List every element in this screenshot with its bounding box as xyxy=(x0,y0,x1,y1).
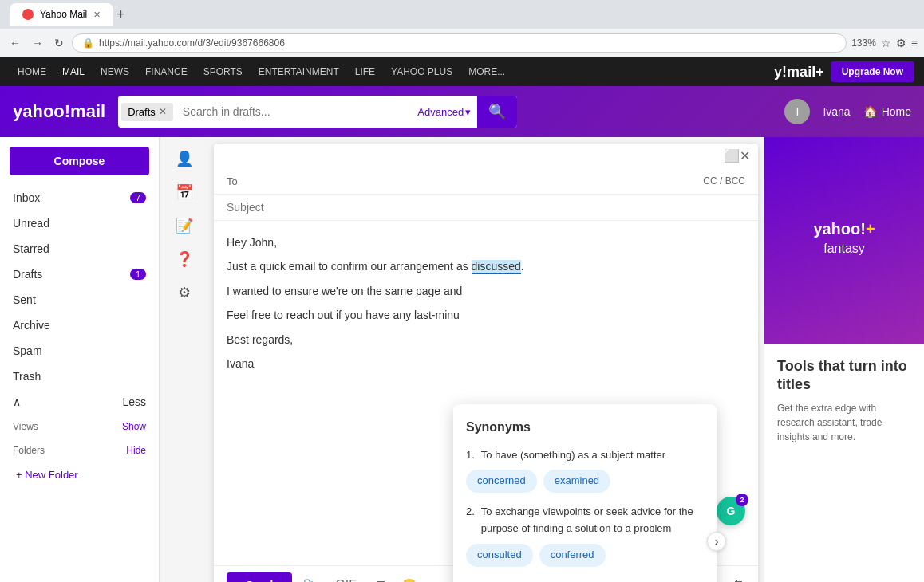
delete-draft-btn[interactable]: 🗑 xyxy=(732,578,745,582)
synonyms-nav-arrow[interactable]: › xyxy=(707,532,726,551)
synonym-tags-2: consulted conferred xyxy=(466,544,704,567)
search-tag-close-btn[interactable]: ✕ xyxy=(159,106,167,117)
sidebar-item-spam[interactable]: Spam xyxy=(0,338,159,364)
reload-btn[interactable]: ↻ xyxy=(51,33,67,53)
synonym-tags-1: concerned examined xyxy=(466,470,704,493)
inbox-badge: 7 xyxy=(130,192,146,203)
topnav-yahooplus[interactable]: YAHOO PLUS xyxy=(383,57,460,86)
sidebar-item-drafts[interactable]: Drafts 1 xyxy=(0,262,159,287)
sidebar-item-inbox[interactable]: Inbox 7 xyxy=(0,185,159,210)
cc-bcc-btn[interactable]: CC / BCC xyxy=(703,175,745,187)
email-closing: Best regards, xyxy=(227,331,745,348)
topnav-home[interactable]: HOME xyxy=(10,57,54,86)
less-label: Less xyxy=(122,395,146,408)
search-tag-drafts[interactable]: Drafts ✕ xyxy=(121,103,173,121)
ad-panel: yahoo!+ fantasy Tools that turn into tit… xyxy=(764,137,924,582)
calendar-btn[interactable]: 📅 xyxy=(169,177,199,207)
search-bar[interactable]: Drafts ✕ Advanced ▾ 🔍 xyxy=(118,96,517,128)
send-btn[interactable]: Send xyxy=(227,572,292,582)
grammarly-badge[interactable]: G 2 xyxy=(717,497,745,525)
synonym-tag-concerned[interactable]: concerned xyxy=(466,470,537,493)
user-name: Ivana xyxy=(823,105,850,118)
gif-btn[interactable]: GIF xyxy=(330,575,361,582)
synonyms-title: Synonyms xyxy=(466,417,704,438)
settings-btn[interactable]: ⚙ xyxy=(172,277,197,308)
search-icon: 🔍 xyxy=(488,103,506,120)
search-advanced-btn[interactable]: Advanced ▾ xyxy=(411,106,477,118)
topnav-entertainment[interactable]: ENTERTAINMENT xyxy=(251,57,347,86)
ad-description: Get the extra edge with research assista… xyxy=(777,401,911,444)
synonym-tag-conferred[interactable]: conferred xyxy=(539,544,606,567)
sidebar-item-starred[interactable]: Starred xyxy=(0,236,159,262)
tab-close-btn[interactable]: ✕ xyxy=(93,10,101,20)
sidebar-item-unread[interactable]: Unread xyxy=(0,210,159,236)
synonym-tag-consulted[interactable]: consulted xyxy=(466,544,533,567)
address-bar[interactable]: 🔒 https://mail.yahoo.com/d/3/edit/936766… xyxy=(72,33,847,53)
bookmark-btn[interactable]: ☆ xyxy=(881,37,891,49)
to-input[interactable] xyxy=(251,175,703,187)
compose-btn[interactable]: Compose xyxy=(10,147,149,175)
spam-label: Spam xyxy=(13,344,42,357)
user-avatar: I xyxy=(784,99,810,124)
zoom-indicator: 133% xyxy=(851,37,876,49)
topnav-news[interactable]: NEWS xyxy=(93,57,137,86)
synonym-def-3: Discuss all sides of an issue xyxy=(481,578,611,582)
help-btn[interactable]: ❓ xyxy=(169,244,199,274)
topnav-right: y!mail+ Upgrade Now xyxy=(774,61,914,82)
search-submit-btn[interactable]: 🔍 xyxy=(477,96,517,128)
back-btn[interactable]: ← xyxy=(6,33,24,53)
ad-yahoo-logo: yahoo!+ xyxy=(813,220,875,238)
upgrade-btn[interactable]: Upgrade Now xyxy=(831,61,914,82)
grammarly-count: 2 xyxy=(736,494,748,506)
to-label: To xyxy=(227,175,251,187)
drafts-label: Drafts xyxy=(13,268,42,281)
folders-hide-btn[interactable]: Hide xyxy=(126,445,146,456)
synonym-tag-examined[interactable]: examined xyxy=(543,470,610,493)
active-tab[interactable]: Yahoo Mail ✕ xyxy=(10,3,113,26)
new-tab-btn[interactable]: + xyxy=(116,6,125,23)
sticker-btn[interactable]: 🏷 xyxy=(368,575,390,582)
trash-label: Trash xyxy=(13,370,41,383)
menu-btn[interactable]: ≡ xyxy=(911,37,918,49)
email-signature: Ivana xyxy=(227,355,745,372)
sidebar-item-archive[interactable]: Archive xyxy=(0,313,159,338)
highlighted-discussed[interactable]: discussed xyxy=(472,260,521,274)
notes-btn[interactable]: 📝 xyxy=(169,210,199,241)
right-panel: 👤 📅 📝 ❓ ⚙ xyxy=(160,137,207,582)
subject-input[interactable] xyxy=(227,201,745,214)
topnav-mail[interactable]: MAIL xyxy=(54,57,93,86)
new-folder-btn[interactable]: + New Folder xyxy=(0,462,159,487)
emoji-btn[interactable]: 😊 xyxy=(397,575,422,583)
browser-nav: ← → ↻ 🔒 https://mail.yahoo.com/d/3/edit/… xyxy=(0,29,924,57)
yahoo-mail-logo: yahoo!mail xyxy=(13,101,105,122)
less-toggle[interactable]: ∧ Less xyxy=(0,389,159,415)
forward-btn[interactable]: → xyxy=(29,33,46,53)
email-body[interactable]: Hey John, Just a quick email to confirm … xyxy=(214,221,758,565)
topnav-more[interactable]: MORE... xyxy=(460,57,513,86)
synonym-def-1: To have (something) as a subject matter xyxy=(481,447,665,464)
topnav-life[interactable]: LIFE xyxy=(347,57,383,86)
home-btn[interactable]: 🏠 Home xyxy=(863,105,911,118)
views-show-btn[interactable]: Show xyxy=(122,421,146,432)
expand-btn[interactable]: ⬜ xyxy=(724,148,740,163)
compose-window-header: ⬜ ✕ xyxy=(214,144,758,168)
attachment-btn[interactable]: 📎 xyxy=(298,575,324,583)
topnav-finance[interactable]: FINANCE xyxy=(137,57,195,86)
contacts-btn[interactable]: 👤 xyxy=(169,144,199,174)
topnav-sports[interactable]: SPORTS xyxy=(195,57,251,86)
archive-label: Archive xyxy=(13,319,50,332)
starred-label: Starred xyxy=(13,242,49,255)
browser-chrome: Yahoo Mail ✕ + xyxy=(0,0,924,29)
tab-favicon xyxy=(22,9,34,20)
home-icon: 🏠 xyxy=(863,105,877,118)
subject-field-row xyxy=(214,195,758,221)
extensions-btn[interactable]: ⚙ xyxy=(896,37,906,49)
views-section: Views Show xyxy=(0,415,159,438)
yahoo-header: yahoo!mail Drafts ✕ Advanced ▾ 🔍 I Ivana… xyxy=(0,86,924,137)
email-greeting: Hey John, xyxy=(227,234,745,251)
close-compose-btn[interactable]: ✕ xyxy=(740,148,750,163)
search-input[interactable] xyxy=(176,105,412,118)
sidebar-item-trash[interactable]: Trash xyxy=(0,364,159,389)
browser-tabs: Yahoo Mail ✕ + xyxy=(10,3,914,26)
sidebar-item-sent[interactable]: Sent xyxy=(0,287,159,313)
